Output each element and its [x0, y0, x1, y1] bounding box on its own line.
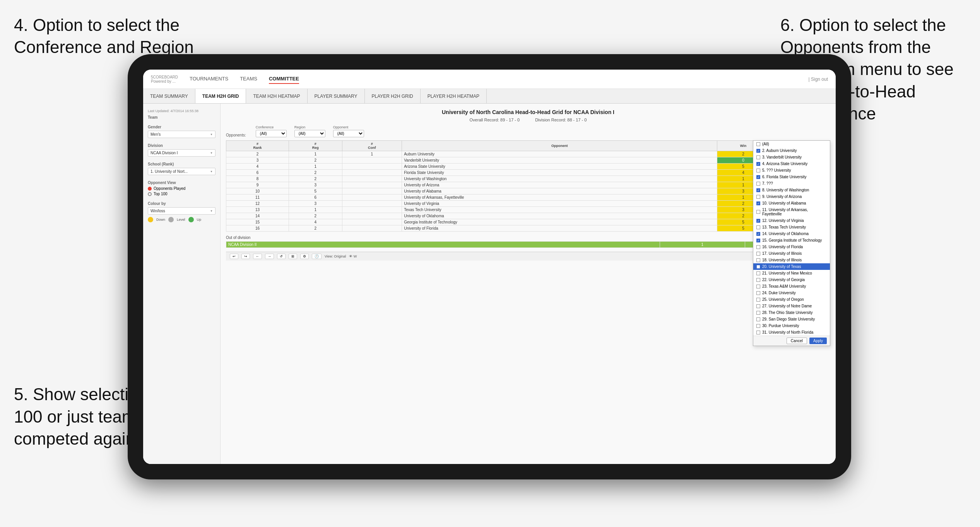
- toolbar-redo[interactable]: ↪: [241, 254, 250, 259]
- toolbar-settings[interactable]: ⚙: [300, 254, 309, 259]
- radio-label-opponents: Opponents Played: [154, 186, 185, 191]
- toolbar-back[interactable]: ←: [253, 254, 262, 259]
- check-box: [756, 252, 760, 256]
- conference-select[interactable]: (All): [256, 130, 287, 137]
- filter-conference: Conference (All): [256, 125, 287, 137]
- dropdown-item[interactable]: 2. Auburn University: [753, 147, 830, 154]
- dropdown-item-label: 8. University of Washington: [762, 188, 809, 192]
- dropdown-item[interactable]: 25. University of Oregon: [753, 296, 830, 303]
- dropdown-item[interactable]: 6. Florida State University: [753, 174, 830, 180]
- cell-reg: 3: [289, 201, 342, 207]
- dropdown-item[interactable]: (All): [753, 141, 830, 147]
- dropdown-item-label: 16. University of Florida: [762, 245, 803, 249]
- opponent-dropdown[interactable]: (All)2. Auburn University3. Vanderbilt U…: [753, 140, 830, 346]
- cell-conf: [342, 164, 402, 170]
- radio-dot-top100: [148, 192, 152, 196]
- dropdown-item[interactable]: 11. University of Arkansas, Fayetteville: [753, 206, 830, 217]
- dropdown-item[interactable]: 7. ???: [753, 180, 830, 187]
- toolbar-eye-icon: 👁 W: [349, 254, 357, 258]
- dropdown-item[interactable]: 5. ??? University: [753, 167, 830, 174]
- dropdown-item-label: 25. University of Oregon: [762, 297, 804, 302]
- legend-down-label: Down: [156, 218, 165, 222]
- sub-nav-player-h2h-grid[interactable]: PLAYER H2H GRID: [365, 89, 421, 103]
- dropdown-item[interactable]: 17. University of Illinois: [753, 250, 830, 257]
- cell-reg: 5: [289, 188, 342, 194]
- sidebar-division-label: Division: [148, 143, 215, 148]
- conference-label: Conference: [256, 125, 287, 129]
- dropdown-item[interactable]: 18. University of Illinois: [753, 257, 830, 263]
- nav-tournaments[interactable]: TOURNAMENTS: [190, 74, 228, 84]
- sidebar-colour-select[interactable]: Win/loss: [148, 207, 215, 215]
- opponents-label: Opponents:: [226, 133, 246, 137]
- dropdown-item-label: 17. University of Illinois: [762, 251, 802, 256]
- sub-nav-team-h2h-heatmap[interactable]: TEAM H2H HEATMAP: [246, 89, 307, 103]
- dropdown-item[interactable]: 28. The Ohio State University: [753, 309, 830, 316]
- opponent-select[interactable]: (All): [333, 130, 364, 137]
- dropdown-item[interactable]: 9. University of Arizona: [753, 193, 830, 200]
- dropdown-item-label: 12. University of Virginia: [762, 218, 804, 223]
- toolbar-copy[interactable]: ⊞: [289, 254, 297, 259]
- dropdown-item[interactable]: 22. University of Georgia: [753, 276, 830, 283]
- toolbar-refresh[interactable]: ↺: [277, 254, 286, 259]
- dropdown-item-label: 2. Auburn University: [762, 148, 797, 153]
- dropdown-item[interactable]: 30. Purdue University: [753, 322, 830, 329]
- check-box: [756, 311, 760, 315]
- dropdown-item[interactable]: 12. University of Virginia: [753, 217, 830, 224]
- cell-reg: 3: [289, 182, 342, 188]
- cancel-button[interactable]: Cancel: [787, 338, 807, 344]
- check-box: [756, 225, 760, 229]
- sidebar-school-select[interactable]: 1. University of Nort...: [148, 168, 215, 175]
- sub-nav-player-h2h-heatmap[interactable]: PLAYER H2H HEATMAP: [421, 89, 487, 103]
- check-box: [756, 142, 760, 146]
- dropdown-item[interactable]: 20. University of Texas: [753, 263, 830, 270]
- logo-sub: Powered by ...: [151, 79, 178, 84]
- cell-conf: [342, 219, 402, 225]
- cell-conf: [342, 182, 402, 188]
- legend-down: [148, 217, 153, 222]
- cell-reg: 2: [289, 213, 342, 219]
- dropdown-item[interactable]: 14. University of Oklahoma: [753, 230, 830, 237]
- dropdown-item[interactable]: 24. Duke University: [753, 290, 830, 296]
- main-content: Last Updated: 4/7/2014 16:55:38 Team Gen…: [143, 104, 836, 464]
- dropdown-item[interactable]: 23. Texas A&M University: [753, 283, 830, 290]
- toolbar-undo[interactable]: ↩: [230, 254, 238, 259]
- dropdown-item[interactable]: 8. University of Washington: [753, 187, 830, 193]
- dropdown-item[interactable]: 29. San Diego State University: [753, 316, 830, 322]
- dropdown-item[interactable]: 3. Vanderbilt University: [753, 154, 830, 160]
- sub-nav-team-summary[interactable]: TEAM SUMMARY: [143, 89, 195, 103]
- region-select[interactable]: (All): [294, 130, 325, 137]
- dropdown-item[interactable]: 10. University of Alabama: [753, 200, 830, 206]
- table-row: 10 5 University of Alabama 3 0: [226, 188, 830, 194]
- radio-opponents-played[interactable]: Opponents Played: [148, 186, 215, 191]
- radio-top100[interactable]: Top 100: [148, 192, 215, 196]
- dropdown-item-label: 27. University of Notre Dame: [762, 304, 812, 308]
- cell-conf: [342, 225, 402, 232]
- dropdown-item-label: 21. University of New Mexico: [762, 271, 812, 275]
- div2-win: 1: [660, 242, 745, 248]
- grid-title: University of North Carolina Head-to-Hea…: [226, 109, 830, 115]
- sub-nav-player-summary[interactable]: PLAYER SUMMARY: [308, 89, 365, 103]
- sidebar-gender-select[interactable]: Men's: [148, 131, 215, 138]
- nav-logo: 5COREBOARD Powered by ...: [151, 75, 178, 84]
- dropdown-item[interactable]: 16. University of Florida: [753, 244, 830, 250]
- sidebar: Last Updated: 4/7/2014 16:55:38 Team Gen…: [143, 104, 221, 464]
- dropdown-item[interactable]: 31. University of North Florida: [753, 329, 830, 336]
- sub-nav-team-h2h-grid[interactable]: TEAM H2H GRID: [195, 89, 246, 103]
- toolbar-forward[interactable]: →: [265, 254, 274, 259]
- dropdown-item[interactable]: 15. Georgia Institute of Technology: [753, 237, 830, 244]
- toolbar-clock[interactable]: 🕐: [312, 254, 322, 259]
- nav-sign-out[interactable]: | Sign out: [809, 77, 828, 82]
- nav-teams[interactable]: TEAMS: [240, 74, 257, 84]
- dropdown-item-label: 24. Duke University: [762, 291, 796, 295]
- apply-button[interactable]: Apply: [809, 338, 827, 344]
- dropdown-item[interactable]: 13. Texas Tech University: [753, 224, 830, 230]
- check-box: [756, 291, 760, 295]
- check-box: [756, 162, 760, 166]
- dropdown-item[interactable]: 27. University of Notre Dame: [753, 303, 830, 309]
- dropdown-item[interactable]: 21. University of New Mexico: [753, 270, 830, 276]
- dropdown-item-label: 31. University of North Florida: [762, 330, 813, 334]
- nav-committee[interactable]: COMMITTEE: [269, 74, 299, 84]
- sidebar-division-select[interactable]: NCAA Division I: [148, 149, 215, 157]
- dropdown-item[interactable]: 4. Arizona State University: [753, 160, 830, 167]
- cell-name: Arizona State University: [402, 164, 717, 170]
